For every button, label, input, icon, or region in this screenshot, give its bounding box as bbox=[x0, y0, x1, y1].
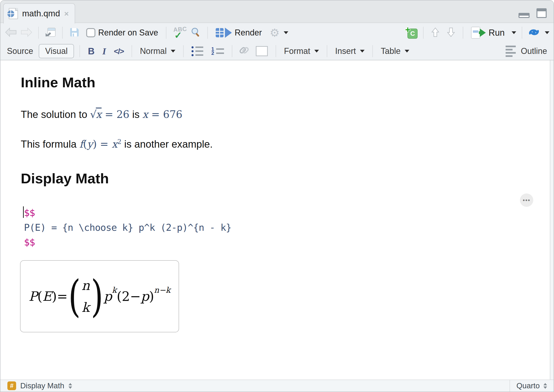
bullet-list-button[interactable] bbox=[189, 45, 206, 58]
chevron-down-icon bbox=[284, 31, 288, 34]
render-arrow-icon bbox=[225, 28, 232, 38]
block-options-ellipsis-button[interactable]: ••• bbox=[520, 194, 533, 207]
render-icon bbox=[216, 28, 224, 37]
numbered-list-button[interactable]: 1 2 bbox=[209, 47, 226, 56]
open-in-new-window-icon[interactable] bbox=[44, 27, 57, 38]
tab-bar: math.qmd × bbox=[0, 0, 554, 23]
block-type-label: Display Math bbox=[20, 381, 64, 390]
minimize-pane-icon[interactable] bbox=[518, 13, 530, 18]
save-icon[interactable] bbox=[68, 27, 81, 38]
binom-paren-close: ) bbox=[91, 278, 103, 315]
code-line-dollar-open: $$ bbox=[24, 205, 554, 220]
rerun-options-chevron-icon[interactable] bbox=[545, 31, 549, 34]
quarto-file-icon bbox=[9, 8, 18, 19]
spellcheck-icon[interactable]: ABC ✓ bbox=[172, 26, 186, 39]
plus-icon: + bbox=[405, 25, 410, 34]
next-chunk-icon[interactable] bbox=[445, 27, 457, 38]
rstudio-source-pane: math.qmd × bbox=[0, 0, 554, 392]
math-preview-box: P(E) = ( n k ) pk(2 − p)n−k bbox=[20, 260, 179, 332]
code-line-dollar-close: $$ bbox=[24, 235, 554, 250]
main-toolbar: Render on Save ABC ✓ Render ⚙ C + bbox=[0, 23, 554, 42]
gear-icon: ⚙ bbox=[270, 27, 279, 38]
editor-mode-label: Quarto bbox=[516, 381, 540, 390]
scrollbar-track[interactable] bbox=[550, 60, 554, 379]
chevron-down-icon bbox=[314, 50, 319, 53]
heading-display-math: Display Math bbox=[21, 170, 554, 187]
editor-status-bar: # Display Math Quarto bbox=[0, 379, 554, 392]
paragraph-inline-math-2: This formula f(y) = x2 is another exampl… bbox=[21, 138, 554, 150]
tab-math-qmd[interactable]: math.qmd × bbox=[3, 3, 75, 23]
search-icon[interactable] bbox=[189, 27, 202, 38]
bold-button[interactable]: B bbox=[85, 45, 97, 58]
text-cursor bbox=[23, 206, 24, 218]
format-toolbar: Source Visual B I </> Normal 1 2 bbox=[0, 42, 554, 60]
code-button[interactable]: </> bbox=[112, 45, 126, 57]
visual-mode-button[interactable]: Visual bbox=[39, 44, 74, 58]
forward-icon[interactable] bbox=[20, 27, 33, 38]
table-menu[interactable]: Table bbox=[378, 45, 412, 57]
paragraph-style-dropdown[interactable]: Normal bbox=[138, 45, 178, 57]
paragraph-inline-math-1: The solution to √x = 26 is x = 676 bbox=[21, 108, 554, 120]
render-on-save-label: Render on Save bbox=[98, 28, 158, 38]
heading-hash-icon: # bbox=[7, 381, 16, 390]
chevron-down-icon bbox=[405, 50, 409, 53]
outline-toggle[interactable]: Outline bbox=[503, 44, 549, 58]
maximize-pane-icon[interactable] bbox=[536, 8, 547, 18]
image-button[interactable] bbox=[254, 45, 270, 58]
chevron-down-icon bbox=[360, 50, 365, 53]
render-on-save-toggle[interactable]: Render on Save bbox=[84, 27, 160, 39]
image-icon bbox=[256, 46, 268, 56]
editor-mode-selector[interactable]: Quarto bbox=[510, 380, 554, 392]
display-math-source-block[interactable]: $$ P(E) = {n \choose k} p^k (2-p)^{n - k… bbox=[24, 205, 554, 250]
tab-title: math.qmd bbox=[22, 9, 60, 18]
pane-controls bbox=[518, 8, 547, 18]
render-on-save-checkbox[interactable] bbox=[86, 28, 95, 37]
outline-icon bbox=[506, 46, 516, 57]
back-icon[interactable] bbox=[5, 27, 17, 38]
binom-paren-open: ( bbox=[68, 278, 80, 315]
run-icon bbox=[471, 27, 486, 39]
chevron-down-icon bbox=[171, 50, 175, 53]
run-button[interactable]: Run bbox=[469, 25, 507, 40]
render-options-button[interactable]: ⚙ bbox=[267, 26, 291, 40]
mode-selector-arrows-icon bbox=[543, 383, 547, 389]
visual-editor-canvas[interactable]: Inline Math The solution to √x = 26 is x… bbox=[0, 60, 554, 379]
block-selector-arrows-icon bbox=[68, 383, 72, 389]
code-line-latex: P(E) = {n \choose k} p^k (2-p)^{n - k} bbox=[24, 220, 554, 235]
format-menu[interactable]: Format bbox=[282, 45, 321, 57]
insert-chunk-button[interactable]: C + bbox=[405, 27, 418, 39]
insert-menu[interactable]: Insert bbox=[333, 45, 367, 57]
run-options-chevron-icon[interactable] bbox=[511, 31, 516, 34]
block-type-selector[interactable]: # Display Math bbox=[0, 381, 510, 390]
italic-button[interactable]: I bbox=[100, 44, 108, 58]
render-button[interactable]: Render bbox=[213, 26, 264, 39]
link-icon[interactable] bbox=[238, 44, 250, 58]
source-mode-button[interactable]: Source bbox=[5, 45, 36, 57]
rendered-equation: P(E) = ( n k ) pk(2 − p)n−k bbox=[28, 278, 170, 315]
heading-inline-math: Inline Math bbox=[21, 74, 554, 91]
rerun-icon[interactable] bbox=[528, 27, 540, 38]
previous-chunk-icon[interactable] bbox=[429, 27, 441, 38]
tab-close-icon[interactable]: × bbox=[64, 9, 69, 18]
